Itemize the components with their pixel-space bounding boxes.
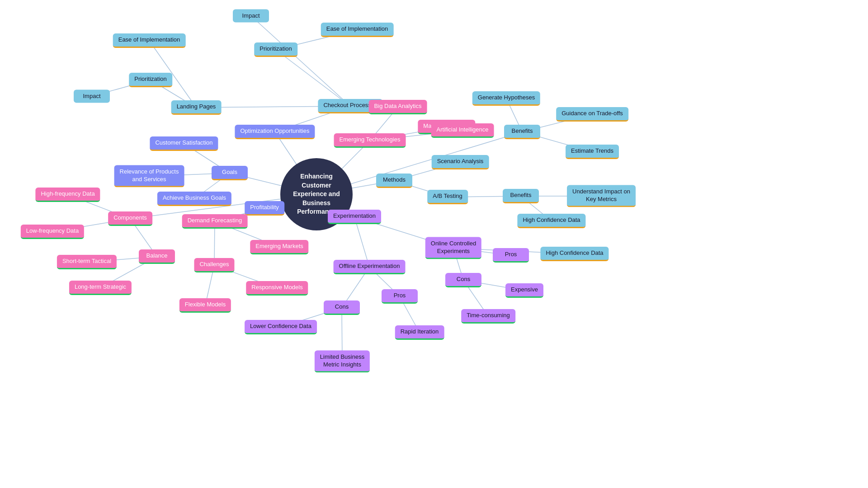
node-n44[interactable]: Expensive xyxy=(505,283,543,298)
node-n15[interactable]: Guidance on Trade-offs xyxy=(556,107,628,122)
node-n40[interactable]: Experimentation xyxy=(328,210,381,224)
node-n18[interactable]: Scenario Analysis xyxy=(432,155,489,169)
node-n39[interactable]: Flexible Models xyxy=(179,298,231,313)
node-n13[interactable]: Artificial Intelligence xyxy=(431,123,494,138)
node-n20[interactable]: Relevance of Products and Services xyxy=(114,165,184,188)
node-n52[interactable]: Limited Business Metric Insights xyxy=(315,351,370,373)
node-n30[interactable]: Components xyxy=(108,211,152,226)
node-n19[interactable]: Customer Satisfaction xyxy=(150,136,218,151)
node-n29[interactable]: High-frequency Data xyxy=(35,188,100,202)
node-n11[interactable]: Big Data Analytics xyxy=(369,100,427,114)
node-n43[interactable]: Cons xyxy=(445,273,481,287)
node-n14[interactable]: Generate Hypotheses xyxy=(472,91,540,106)
node-n17[interactable]: Estimate Trends xyxy=(566,145,619,159)
node-n16[interactable]: Benefits xyxy=(504,125,540,139)
node-n8[interactable]: Landing Pages xyxy=(171,100,222,115)
node-n35[interactable]: Demand Forecasting xyxy=(182,214,248,229)
svg-line-3 xyxy=(276,50,350,106)
node-n33[interactable]: Balance xyxy=(139,249,175,264)
node-n49[interactable]: Cons xyxy=(324,300,360,315)
node-n24[interactable]: A/B Testing xyxy=(427,190,468,204)
node-n12[interactable]: Emerging Technologies xyxy=(334,133,406,148)
mindmap-canvas: Enhancing Customer Experience and Busine… xyxy=(0,0,868,488)
node-n38[interactable]: Responsive Models xyxy=(246,281,308,296)
node-n36[interactable]: Challenges xyxy=(194,258,234,272)
node-n41[interactable]: Online Controlled Experiments xyxy=(425,237,481,259)
node-n2[interactable]: Ease of Implementation xyxy=(113,33,186,48)
node-n37[interactable]: Emerging Markets xyxy=(250,240,308,254)
node-n9[interactable]: Optimization Opportunities xyxy=(235,125,315,139)
node-n31[interactable]: Low-frequency Data xyxy=(21,225,84,239)
node-n27[interactable]: High Confidence Data xyxy=(517,214,585,228)
node-n25[interactable]: Benefits xyxy=(503,189,539,203)
node-n34[interactable]: Long-term Strategic xyxy=(69,281,132,295)
node-n7[interactable]: Impact xyxy=(74,90,110,103)
node-n3[interactable]: Prioritization xyxy=(254,42,297,57)
node-n4[interactable]: Ease of Implementation xyxy=(321,23,394,37)
node-n1[interactable]: Impact xyxy=(233,9,269,23)
node-n28[interactable]: Profitability xyxy=(245,201,284,216)
node-n26[interactable]: Understand Impact on Key Metrics xyxy=(567,185,636,207)
node-n42[interactable]: Pros xyxy=(493,248,529,263)
node-n6[interactable]: Prioritization xyxy=(129,73,172,87)
node-n22[interactable]: Achieve Business Goals xyxy=(157,192,231,206)
node-n51[interactable]: Lower Confidence Data xyxy=(245,320,317,334)
node-n48[interactable]: Pros xyxy=(382,289,418,304)
node-n23[interactable]: Methods xyxy=(376,174,412,188)
node-n50[interactable]: Rapid Iteration xyxy=(395,325,444,340)
node-n46[interactable]: High Confidence Data xyxy=(540,247,609,261)
node-n45[interactable]: Time-consuming xyxy=(461,309,515,324)
node-n21[interactable]: Goals xyxy=(212,166,248,180)
node-n32[interactable]: Short-term Tactical xyxy=(57,255,117,269)
node-n47[interactable]: Offline Experimentation xyxy=(334,260,406,274)
